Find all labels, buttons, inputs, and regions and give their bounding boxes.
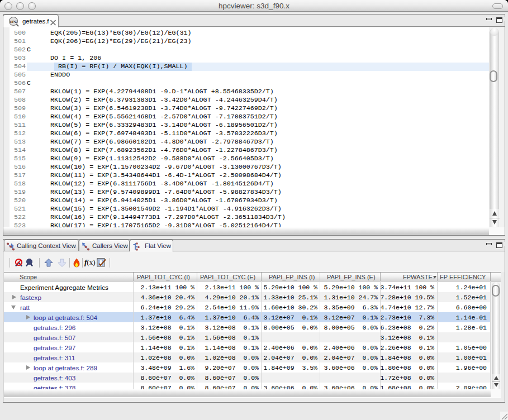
svg-text:HPC: HPC — [10, 20, 17, 23]
